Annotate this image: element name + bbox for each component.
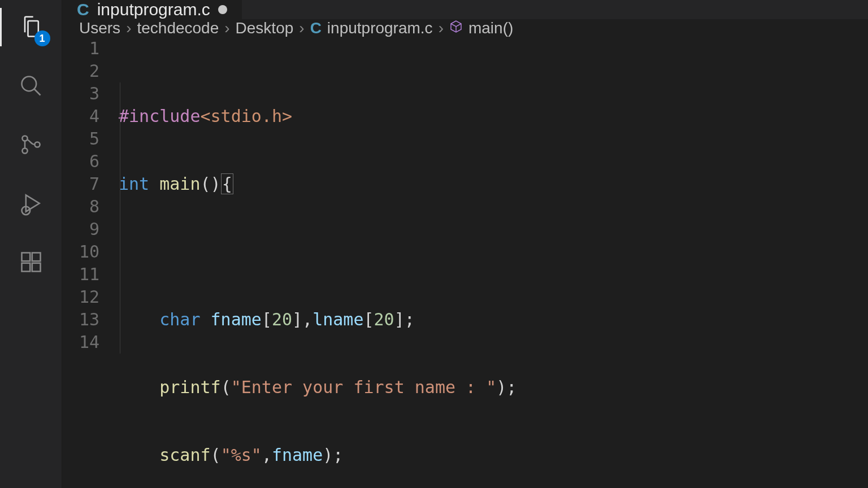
line-number: 9 [62, 218, 99, 241]
line-number: 14 [62, 331, 99, 354]
line-number: 6 [62, 150, 99, 173]
c-lang-icon: C [77, 0, 89, 19]
extensions-icon[interactable] [15, 246, 47, 278]
indent-guide [120, 82, 120, 354]
vscode-window: 1 C inputprogram.c Users › techdec [0, 0, 868, 488]
tab-inputprogram[interactable]: C inputprogram.c [62, 0, 242, 19]
line-number: 13 [62, 308, 99, 331]
svg-point-0 [21, 77, 36, 91]
search-icon[interactable] [15, 70, 47, 102]
dirty-indicator-icon [218, 5, 227, 14]
svg-rect-10 [32, 253, 40, 262]
line-number: 3 [62, 82, 99, 105]
c-lang-icon: C [310, 19, 322, 37]
line-number-gutter: 1 2 3 4 5 6 7 8 9 10 11 12 13 14 [62, 37, 119, 488]
line-number: 12 [62, 286, 99, 308]
tab-bar: C inputprogram.c [62, 0, 868, 19]
svg-rect-9 [32, 263, 40, 272]
svg-point-3 [22, 148, 27, 153]
line-number: 11 [62, 263, 99, 286]
tab-filename: inputprogram.c [97, 0, 210, 19]
explorer-icon[interactable]: 1 [15, 11, 47, 43]
run-debug-icon[interactable] [15, 188, 47, 219]
breadcrumb-users[interactable]: Users [79, 19, 120, 37]
code-line [119, 241, 868, 263]
chevron-right-icon: › [224, 19, 229, 37]
svg-point-2 [22, 136, 27, 141]
breadcrumb: Users › techdecode › Desktop › C inputpr… [62, 19, 868, 37]
breadcrumb-desktop[interactable]: Desktop [236, 19, 294, 37]
code-line: printf("Enter your first name : "); [119, 376, 868, 399]
line-number: 1 [62, 37, 99, 60]
chevron-right-icon: › [299, 19, 304, 37]
code-line: char fname[20],lname[20]; [119, 308, 868, 331]
line-number: 7 [62, 173, 99, 195]
breadcrumb-techdecode[interactable]: techdecode [137, 19, 219, 37]
svg-rect-8 [21, 263, 30, 272]
chevron-right-icon: › [439, 19, 444, 37]
code-editor[interactable]: 1 2 3 4 5 6 7 8 9 10 11 12 13 14 #includ… [62, 37, 868, 488]
code-line: #include<stdio.h> [119, 105, 868, 128]
svg-point-4 [34, 142, 40, 147]
line-number: 4 [62, 105, 99, 128]
editor-area: C inputprogram.c Users › techdecode › De… [62, 0, 868, 488]
code-content[interactable]: #include<stdio.h> int main(){ char fname… [119, 37, 868, 488]
line-number: 2 [62, 60, 99, 82]
code-line: int main(){ [119, 173, 868, 195]
svg-rect-7 [21, 253, 30, 262]
source-control-icon[interactable] [15, 129, 47, 160]
line-number: 10 [62, 241, 99, 263]
breadcrumb-file[interactable]: C inputprogram.c [310, 19, 433, 37]
line-number: 5 [62, 128, 99, 150]
symbol-method-icon [449, 19, 463, 37]
explorer-badge: 1 [34, 30, 50, 46]
line-number: 8 [62, 195, 99, 218]
svg-marker-5 [25, 195, 39, 211]
chevron-right-icon: › [126, 19, 131, 37]
activity-bar: 1 [0, 0, 62, 488]
code-line: scanf("%s",fname); [119, 444, 868, 467]
breadcrumb-symbol-main[interactable]: main() [449, 19, 513, 37]
svg-line-1 [34, 89, 40, 95]
